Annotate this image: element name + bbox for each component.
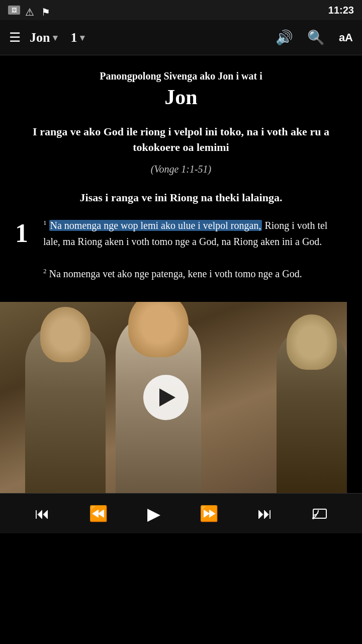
skip-back-button[interactable]: ⏮ (35, 505, 50, 522)
status-bar: 🖼 ⚠ ⚑ 11:23 (0, 0, 362, 20)
flag-icon: ⚑ (41, 6, 52, 14)
verse-superscript-2: 2 (43, 268, 47, 275)
book-selector[interactable]: Jon ▾ (30, 30, 57, 45)
book-header: Panongpolong Sivenga ako Jon i wat i Jon (15, 70, 347, 109)
search-icon[interactable]: 🔍 (307, 29, 325, 46)
main-content: Panongpolong Sivenga ako Jon i wat i Jon… (0, 55, 362, 302)
audio-icon[interactable]: 🔊 (276, 29, 293, 46)
book-name: Jon (30, 30, 50, 45)
subsection-title: Jisas i ranga ve ini Riong na theki lala… (15, 190, 347, 206)
play-pause-button[interactable]: ▶ (147, 504, 160, 524)
verse-2-text: Na nomenga vet ako nge patenga, kene i v… (49, 268, 302, 279)
status-time: 11:23 (328, 5, 354, 16)
verse-block-1: 1 1 Na nomenga nge wop lemi ako ulue i v… (15, 217, 347, 282)
play-video-button[interactable] (143, 375, 189, 420)
toolbar-right: 🔊 🔍 aA (276, 29, 353, 46)
book-subtitle: Panongpolong Sivenga ako Jon i wat i (15, 70, 347, 82)
fast-forward-button[interactable]: ⏩ (200, 505, 218, 522)
chapter-dropdown-arrow: ▾ (80, 32, 84, 43)
font-size-icon[interactable]: aA (339, 31, 353, 44)
play-triangle-icon (159, 388, 175, 407)
toolbar-left: ☰ Jon ▾ 1 ▾ (9, 30, 276, 45)
chapter-selector[interactable]: 1 ▾ (70, 30, 84, 45)
chapter-number: 1 (70, 30, 77, 45)
book-dropdown-arrow: ▾ (53, 32, 57, 43)
rewind-button[interactable]: ⏪ (89, 505, 108, 522)
toolbar: ☰ Jon ▾ 1 ▾ 🔊 🔍 aA (0, 20, 362, 55)
alert-icon: ⚠ (25, 6, 36, 14)
section-title: I ranga ve ako God ile riong i velpol in… (15, 124, 347, 155)
verse-superscript-1: 1 (43, 219, 47, 227)
hamburger-menu-icon[interactable]: ☰ (9, 30, 21, 45)
video-container (0, 302, 347, 493)
image-icon: 🖼 (8, 6, 20, 15)
figure-right (277, 327, 347, 493)
bottom-player: ⏮ ⏪ ▶ ⏩ ⏭ (0, 493, 362, 533)
verse-1-highlighted[interactable]: Na nomenga nge wop lemi ako ulue i velpo… (49, 220, 262, 231)
book-title: Jon (15, 85, 347, 109)
verse-large-number: 1 (15, 220, 35, 282)
verse-1-text: 1 Na nomenga nge wop lemi ako ulue i vel… (43, 217, 347, 282)
status-icons: 🖼 ⚠ ⚑ (8, 6, 52, 15)
figure-left (25, 322, 106, 493)
skip-forward-button[interactable]: ⏭ (257, 505, 273, 522)
cast-icon (312, 506, 327, 521)
svg-point-1 (312, 517, 314, 519)
cast-button[interactable] (312, 506, 327, 521)
section-ref: (Vonge 1:1-51) (15, 164, 347, 175)
